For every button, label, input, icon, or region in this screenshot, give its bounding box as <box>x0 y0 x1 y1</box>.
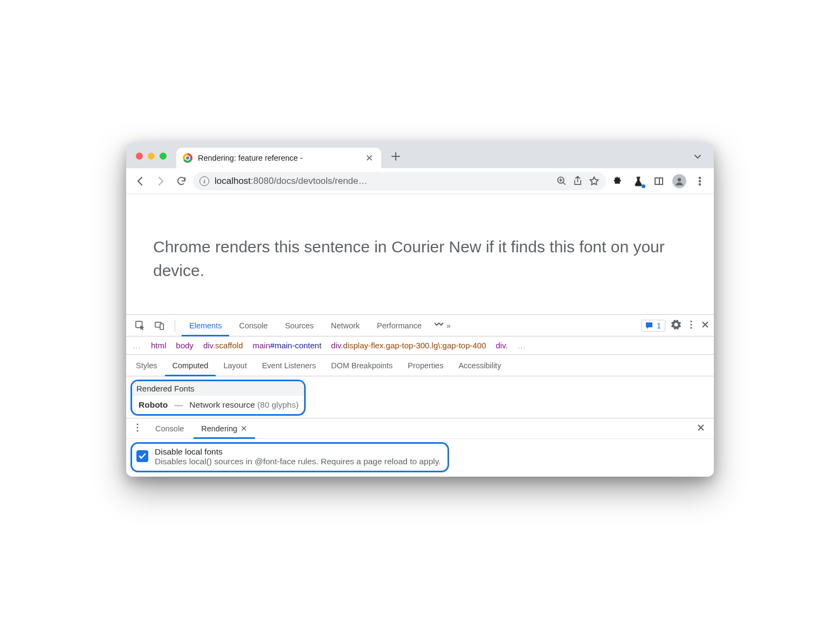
device-toolbar-button[interactable] <box>151 317 168 334</box>
svg-rect-8 <box>160 324 163 329</box>
drawer-close-button[interactable] <box>691 422 711 435</box>
avatar-icon <box>672 174 686 188</box>
svg-point-13 <box>137 427 139 429</box>
demo-sentence: Chrome renders this sentence in Courier … <box>153 235 687 282</box>
tab-close-button[interactable]: ✕ <box>364 153 375 164</box>
subtab-layout[interactable]: Layout <box>216 355 254 376</box>
devtools-drawer: Console Rendering ✕ Disable local fonts … <box>126 418 714 472</box>
svg-point-10 <box>690 324 692 325</box>
rendered-fonts-heading: Rendered Fonts <box>132 381 304 396</box>
profile-button[interactable] <box>671 173 688 190</box>
breadcrumb-item[interactable]: body <box>176 341 194 350</box>
tab-search-button[interactable] <box>690 149 705 164</box>
chrome-menu-button[interactable] <box>691 173 708 190</box>
forward-button[interactable] <box>152 173 169 190</box>
rendered-fonts-section: Rendered Fonts Roboto — Network resource… <box>130 380 306 416</box>
inspect-element-button[interactable] <box>132 317 149 334</box>
drawer-tabs: Console Rendering ✕ <box>126 418 714 439</box>
disable-local-fonts-option: Disable local fonts Disables local() sou… <box>130 442 449 472</box>
subtab-properties[interactable]: Properties <box>400 355 451 376</box>
tab-strip: Rendering: feature reference - ✕ <box>126 142 714 168</box>
maximize-window-button[interactable] <box>160 153 167 160</box>
svg-point-2 <box>678 178 681 181</box>
subtab-accessibility[interactable]: Accessibility <box>451 355 508 376</box>
breadcrumb-ellipsis-icon[interactable]: … <box>518 341 526 350</box>
browser-window: Rendering: feature reference - ✕ i local… <box>126 142 714 477</box>
tab-title: Rendering: feature reference - <box>198 154 359 162</box>
breadcrumb-item[interactable]: main#main-content <box>253 341 322 350</box>
drawer-tab-rendering[interactable]: Rendering ✕ <box>194 419 255 439</box>
disable-local-fonts-checkbox[interactable] <box>136 450 148 462</box>
rendered-fonts-row: Roboto — Network resource (80 glyphs) <box>132 396 304 414</box>
close-window-button[interactable] <box>136 153 143 160</box>
devtools-tab-network[interactable]: Network <box>323 315 367 336</box>
svg-point-11 <box>690 327 692 328</box>
subtab-dom-breakpoints[interactable]: DOM Breakpoints <box>323 355 400 376</box>
option-description: Disables local() sources in @font-face r… <box>155 457 441 466</box>
issues-count: 1 <box>657 321 661 330</box>
svg-point-5 <box>699 183 701 185</box>
svg-point-14 <box>137 430 139 432</box>
breadcrumb-item[interactable]: div.scaffold <box>203 341 243 350</box>
elements-subtabs: Styles Computed Layout Event Listeners D… <box>126 355 714 376</box>
font-glyph-count: (80 glyphs) <box>257 400 299 409</box>
devtools-panel: Elements Console Sources Network Perform… <box>126 314 714 472</box>
devtools-tab-performance[interactable]: Performance <box>369 315 429 336</box>
devtools-tab-console[interactable]: Console <box>231 315 275 336</box>
browser-tab[interactable]: Rendering: feature reference - ✕ <box>176 148 381 168</box>
side-panel-button[interactable] <box>650 173 667 190</box>
breadcrumb-item[interactable]: html <box>151 341 166 350</box>
devtools-more-tabs-button[interactable]: » <box>431 321 454 330</box>
issues-badge[interactable]: 1 <box>641 320 665 332</box>
breadcrumb-item[interactable]: div.display-flex.gap-top-300.lg\:gap-top… <box>331 341 486 350</box>
reload-button[interactable] <box>173 173 190 190</box>
address-bar[interactable]: i localhost:8080/docs/devtools/rende… <box>193 172 606 190</box>
subtab-styles[interactable]: Styles <box>128 355 165 376</box>
devtools-menu-button[interactable] <box>687 320 696 331</box>
browser-toolbar: i localhost:8080/docs/devtools/rende… <box>126 168 714 194</box>
chrome-favicon-icon <box>183 153 192 163</box>
option-title: Disable local fonts <box>155 447 441 457</box>
drawer-menu-button[interactable] <box>129 423 146 434</box>
window-controls <box>136 153 167 160</box>
devtools-settings-button[interactable] <box>671 319 681 332</box>
zoom-icon[interactable] <box>556 176 567 186</box>
svg-point-3 <box>699 177 701 179</box>
devtools-tab-elements[interactable]: Elements <box>182 315 229 336</box>
svg-point-4 <box>699 180 701 182</box>
labs-button[interactable] <box>630 173 647 190</box>
share-icon[interactable] <box>573 176 582 186</box>
svg-point-12 <box>137 424 139 425</box>
devtools-toolbar: Elements Console Sources Network Perform… <box>126 315 714 336</box>
subtab-computed[interactable]: Computed <box>165 355 216 376</box>
font-family: Roboto <box>139 400 168 409</box>
devtools-tab-sources[interactable]: Sources <box>278 315 321 336</box>
extensions-button[interactable] <box>609 173 626 190</box>
minimize-window-button[interactable] <box>148 153 155 160</box>
breadcrumb-item[interactable]: div. <box>496 341 508 350</box>
back-button[interactable] <box>132 173 149 190</box>
bookmark-star-icon[interactable] <box>589 176 600 187</box>
drawer-tab-console[interactable]: Console <box>148 418 191 438</box>
svg-point-9 <box>690 320 692 322</box>
elements-breadcrumb[interactable]: … html body div.scaffold main#main-conte… <box>126 336 714 355</box>
url-text: localhost:8080/docs/devtools/rende… <box>215 176 368 187</box>
devtools-close-button[interactable] <box>701 320 710 331</box>
breadcrumb-ellipsis-icon[interactable]: … <box>133 341 141 350</box>
subtab-event-listeners[interactable]: Event Listeners <box>254 355 323 376</box>
page-viewport: Chrome renders this sentence in Courier … <box>126 194 714 314</box>
site-info-icon[interactable]: i <box>199 176 209 186</box>
font-source: Network resource <box>189 400 254 409</box>
new-tab-button[interactable] <box>387 147 405 166</box>
close-icon[interactable]: ✕ <box>240 424 247 434</box>
